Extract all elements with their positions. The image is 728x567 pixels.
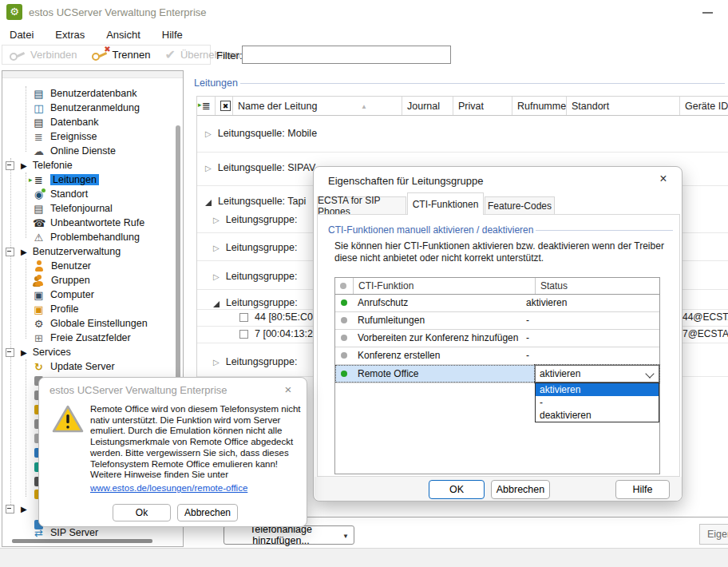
sidebar-item-profile[interactable]: Profile xyxy=(33,302,78,316)
help-button[interactable]: Hilfe xyxy=(615,480,670,499)
collapse-minus-icon[interactable] xyxy=(6,505,14,513)
minimize-button[interactable] xyxy=(702,12,713,14)
sidebar-group-benutzerverwaltung[interactable]: Benutzerverwaltung xyxy=(6,244,121,259)
expanded-expander-icon[interactable] xyxy=(213,301,220,307)
column-status[interactable]: Status xyxy=(535,278,659,294)
sidebar-item-benutzer[interactable]: Benutzer xyxy=(33,259,91,273)
column-label: Geräte ID xyxy=(685,101,728,112)
collapse-minus-icon[interactable] xyxy=(6,161,14,170)
cti-row-vorbereiten-konferenz[interactable]: Vorbereiten zur Konferenz hinzufügen - xyxy=(335,329,659,347)
dialog-title: estos UCServer Verwaltung Enterprise xyxy=(49,384,228,396)
column-journal[interactable]: Journal xyxy=(402,97,453,115)
column-label: Status xyxy=(540,280,568,291)
dropdown-caret-icon xyxy=(342,529,349,541)
ok-button[interactable]: OK xyxy=(429,480,485,499)
droplist-option-dash[interactable]: - xyxy=(536,396,659,409)
sidebar-group-obscured[interactable] xyxy=(6,502,33,516)
sidebar-item-leitungen[interactable]: Leitungen xyxy=(33,172,99,187)
checkbox[interactable] xyxy=(239,313,248,322)
properties-dialog: Eigenschaften für Leitungsgruppe ECSTA f… xyxy=(313,166,682,502)
column-geraete-id[interactable]: Geräte ID xyxy=(679,97,728,115)
title-bar: estos UCServer Verwaltung Enterprise xyxy=(0,0,728,24)
tab-cti-funktionen[interactable]: CTI-Funktionen xyxy=(407,192,484,215)
sidebar-item-globale-einstellungen[interactable]: Globale Einstellungen xyxy=(33,316,148,331)
chevron-down-icon xyxy=(645,369,654,378)
row-label: Leitungsquelle: Mobile xyxy=(218,128,317,139)
collapse-minus-icon[interactable] xyxy=(6,248,14,256)
item-label: Leitungen xyxy=(50,174,99,185)
sidebar-group-services[interactable]: Services xyxy=(6,345,71,359)
sidebar-item-freie-zusatzfelder[interactable]: Freie Zusatzfelder xyxy=(33,331,131,345)
sidebar-item-sip-server[interactable]: SIP Server xyxy=(33,525,98,540)
sidebar-item-datenbank[interactable]: Datenbank xyxy=(33,115,98,129)
filter-input[interactable] xyxy=(242,46,451,64)
checkbox[interactable] xyxy=(239,330,248,339)
item-label: Unbeantwortete Rufe xyxy=(50,217,144,228)
cancel-button[interactable]: Abbrechen xyxy=(177,504,238,521)
globe-icon xyxy=(33,188,45,200)
collapsed-expander-icon[interactable] xyxy=(205,129,212,138)
disconnect-button[interactable]: Trennen xyxy=(85,49,158,61)
status-combobox[interactable]: aktivieren xyxy=(535,365,659,383)
collapsed-expander-icon[interactable] xyxy=(213,216,220,224)
row-label: Leitungsgruppe: xyxy=(226,214,298,225)
column-label: Rufnummer xyxy=(517,101,566,112)
sidebar-item-standort[interactable]: Standort xyxy=(33,187,88,201)
close-icon[interactable] xyxy=(281,383,295,397)
collapsed-expander-icon[interactable] xyxy=(213,358,220,367)
ok-button[interactable]: Ok xyxy=(113,504,171,521)
checkmark-icon xyxy=(165,50,176,61)
collapsed-expander-icon[interactable] xyxy=(213,272,220,281)
combobox-droplist: aktivieren - deaktivieren xyxy=(535,383,659,422)
sidebar-item-computer[interactable]: Computer xyxy=(33,287,94,302)
close-icon[interactable] xyxy=(656,172,671,186)
item-label: Telefonie xyxy=(33,160,73,171)
lines-column-icon-cell[interactable] xyxy=(197,97,215,115)
item-label: Online Dienste xyxy=(50,145,116,157)
row-label: Leitungsgruppe: xyxy=(226,242,298,253)
menu-hilfe[interactable]: Hilfe xyxy=(162,29,183,41)
sidebar-group-telefonie[interactable]: Telefonie xyxy=(6,158,73,172)
horizontal-scrollbar-thumb[interactable] xyxy=(12,539,152,543)
collapsed-expander-icon[interactable] xyxy=(205,164,212,172)
collapse-minus-icon[interactable] xyxy=(6,348,14,357)
sidebar-item-unbeantwortete-rufe[interactable]: Unbeantwortete Rufe xyxy=(33,216,144,230)
sidebar-item-update-server[interactable]: Update Server xyxy=(33,359,115,374)
column-standort[interactable]: Standort xyxy=(566,97,679,115)
sidebar-item-benutzerdatenbank[interactable]: Benutzerdatenbank xyxy=(33,86,136,101)
column-cti-funktion[interactable]: CTI-Funktion xyxy=(353,278,535,294)
column-name-der-leitung[interactable]: Name der Leitung xyxy=(232,97,402,115)
vertical-scrollbar-thumb[interactable] xyxy=(176,125,180,413)
events-clipboard-icon xyxy=(33,131,45,143)
tree-connector xyxy=(26,259,27,339)
properties-button[interactable]: Eigens xyxy=(699,524,728,545)
column-rufnummer[interactable]: Rufnummer xyxy=(512,97,566,115)
droplist-option-aktivieren[interactable]: aktivieren xyxy=(536,383,659,396)
sidebar-item-telefonjournal[interactable]: Telefonjournal xyxy=(33,201,113,216)
droplist-option-deaktivieren[interactable]: deaktivieren xyxy=(536,409,659,422)
sidebar-item-benutzeranmeldung[interactable]: Benutzeranmeldung xyxy=(33,101,140,115)
menu-extras[interactable]: Extras xyxy=(55,29,85,41)
tab-feature-codes[interactable]: Feature-Codes xyxy=(485,196,555,215)
tab-ecsta-for-sip-phones[interactable]: ECSTA for SIP Phones xyxy=(317,196,406,215)
sidebar-item-ereignisse[interactable]: Ereignisse xyxy=(33,129,97,144)
column-privat[interactable]: Privat xyxy=(453,97,512,115)
properties-button-label: Eigens xyxy=(707,529,728,540)
table-row[interactable]: Leitungsquelle: Mobile xyxy=(197,125,728,141)
column-label: CTI-Funktion xyxy=(358,280,413,291)
collapsed-expander-icon[interactable] xyxy=(213,244,220,252)
sidebar-item-gruppen[interactable]: Gruppen xyxy=(33,273,90,287)
item-label: Update Server xyxy=(50,361,115,372)
add-phone-system-button[interactable]: Telefonanlage hinzufügen... xyxy=(224,525,354,545)
cti-row-rufumleitungen[interactable]: Rufumleitungen - xyxy=(335,311,659,329)
cti-row-anrufschutz[interactable]: Anrufschutz aktivieren xyxy=(335,294,659,311)
sidebar-item-problembehandlung[interactable]: Problembehandlung xyxy=(33,230,140,244)
clear-filter-cell[interactable] xyxy=(215,97,232,115)
remote-office-link[interactable]: www.estos.de/loesungen/remote-office xyxy=(90,483,247,493)
expanded-expander-icon[interactable] xyxy=(205,200,212,206)
menu-datei[interactable]: Datei xyxy=(10,29,34,41)
cti-row-konferenz-erstellen[interactable]: Konferenz erstellen - xyxy=(335,347,659,364)
cancel-button[interactable]: Abbrechen xyxy=(491,480,550,499)
sidebar-item-online-dienste[interactable]: Online Dienste xyxy=(33,144,116,158)
menu-ansicht[interactable]: Ansicht xyxy=(106,29,140,41)
